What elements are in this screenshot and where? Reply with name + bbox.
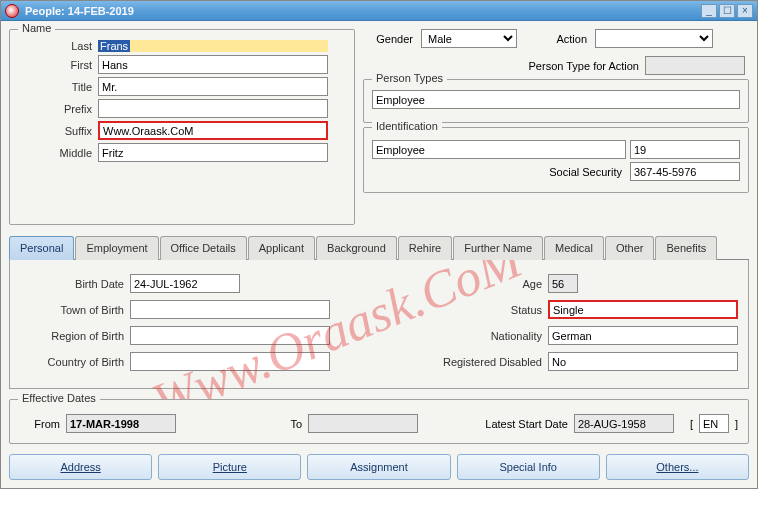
minimize-button[interactable]: _ xyxy=(701,4,717,18)
person-types-legend: Person Types xyxy=(372,72,447,84)
town-input[interactable] xyxy=(130,300,330,319)
close-button[interactable]: × xyxy=(737,4,753,18)
title-input[interactable] xyxy=(98,77,328,96)
window-title: People: 14-FEB-2019 xyxy=(25,5,701,17)
tab-benefits[interactable]: Benefits xyxy=(655,236,717,260)
ssn-input[interactable] xyxy=(630,162,740,181)
latest-field: 28-AUG-1958 xyxy=(574,414,674,433)
from-field: 17-MAR-1998 xyxy=(66,414,176,433)
town-label: Town of Birth xyxy=(20,304,130,316)
region-input[interactable] xyxy=(130,326,330,345)
country-label: Country of Birth xyxy=(20,356,130,368)
birth-date-label: Birth Date xyxy=(20,278,130,290)
person-type-action-label: Person Type for Action xyxy=(529,60,639,72)
disabled-label: Registered Disabled xyxy=(418,356,548,368)
region-label: Region of Birth xyxy=(20,330,130,342)
suffix-label: Suffix xyxy=(18,125,98,137)
first-label: First xyxy=(18,59,98,71)
action-select[interactable] xyxy=(595,29,713,48)
status-label: Status xyxy=(418,304,548,316)
effective-dates-fieldset: Effective Dates From 17-MAR-1998 To Late… xyxy=(9,399,749,444)
prefix-label: Prefix xyxy=(18,103,98,115)
address-button[interactable]: Address xyxy=(9,454,152,480)
prefix-input[interactable] xyxy=(98,99,328,118)
ssn-label: Social Security xyxy=(372,166,626,178)
last-input[interactable]: Frans xyxy=(98,40,328,52)
middle-input[interactable] xyxy=(98,143,328,162)
person-types-fieldset: Person Types xyxy=(363,79,749,123)
picture-button[interactable]: Picture xyxy=(158,454,301,480)
ident-type-input[interactable] xyxy=(372,140,626,159)
tab-employment[interactable]: Employment xyxy=(75,236,158,260)
person-type-action-field xyxy=(645,56,745,75)
latest-label: Latest Start Date xyxy=(424,418,568,430)
tab-further-name[interactable]: Further Name xyxy=(453,236,543,260)
title-label: Title xyxy=(18,81,98,93)
tab-rehire[interactable]: Rehire xyxy=(398,236,452,260)
birth-date-input[interactable] xyxy=(130,274,240,293)
button-bar: Address Picture Assignment Special Info … xyxy=(9,454,749,480)
flex-field[interactable] xyxy=(699,414,729,433)
name-legend: Name xyxy=(18,22,55,34)
special-info-button[interactable]: Special Info xyxy=(457,454,600,480)
age-label: Age xyxy=(418,278,548,290)
to-field xyxy=(308,414,418,433)
age-field: 56 xyxy=(548,274,578,293)
titlebar[interactable]: People: 14-FEB-2019 _ ☐ × xyxy=(1,1,757,21)
flex-bracket-open: [ xyxy=(690,418,693,430)
country-input[interactable] xyxy=(130,352,330,371)
person-types-input[interactable] xyxy=(372,90,740,109)
middle-label: Middle xyxy=(18,147,98,159)
identification-legend: Identification xyxy=(372,120,442,132)
name-fieldset: Name Last Frans First Title Prefix xyxy=(9,29,355,225)
oracle-icon xyxy=(5,4,19,18)
ident-num-input[interactable] xyxy=(630,140,740,159)
people-window: People: 14-FEB-2019 _ ☐ × Www.Oraask.CoM… xyxy=(0,0,758,489)
to-label: To xyxy=(182,418,302,430)
nationality-label: Nationality xyxy=(418,330,548,342)
identification-fieldset: Identification Social Security xyxy=(363,127,749,193)
assignment-button[interactable]: Assignment xyxy=(307,454,450,480)
tab-background[interactable]: Background xyxy=(316,236,397,260)
suffix-input[interactable] xyxy=(98,121,328,140)
gender-label: Gender xyxy=(367,33,417,45)
action-label: Action xyxy=(521,33,591,45)
maximize-button[interactable]: ☐ xyxy=(719,4,735,18)
first-input[interactable] xyxy=(98,55,328,74)
tab-other[interactable]: Other xyxy=(605,236,655,260)
others-button[interactable]: Others... xyxy=(606,454,749,480)
tab-applicant[interactable]: Applicant xyxy=(248,236,315,260)
gender-select[interactable]: Male xyxy=(421,29,517,48)
tab-office-details[interactable]: Office Details xyxy=(160,236,247,260)
tab-medical[interactable]: Medical xyxy=(544,236,604,260)
last-label: Last xyxy=(18,40,98,52)
tabs: Personal Employment Office Details Appli… xyxy=(9,235,749,260)
effective-legend: Effective Dates xyxy=(18,392,100,404)
flex-bracket-close: ] xyxy=(735,418,738,430)
from-label: From xyxy=(20,418,60,430)
status-input[interactable] xyxy=(548,300,738,319)
disabled-input[interactable] xyxy=(548,352,738,371)
tab-personal[interactable]: Personal xyxy=(9,236,74,260)
nationality-input[interactable] xyxy=(548,326,738,345)
tab-panel-personal: Birth Date Town of Birth Region of Birth… xyxy=(9,260,749,389)
